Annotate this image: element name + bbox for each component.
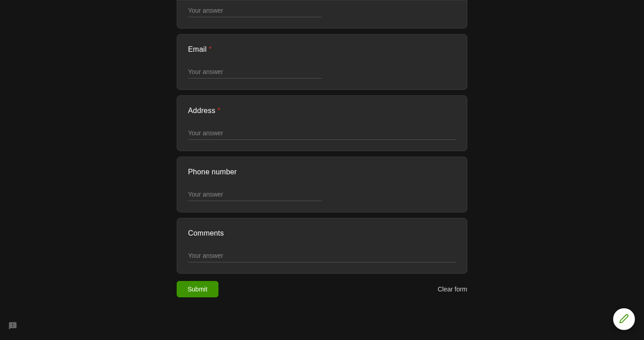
submit-button[interactable]: Submit	[177, 281, 218, 297]
input-wrapper	[188, 189, 322, 201]
question-label: Comments	[188, 229, 456, 237]
question-label: Email *	[188, 45, 456, 54]
input-wrapper	[188, 250, 456, 262]
form-container: Email * Address * Phone number Comments	[177, 0, 467, 306]
phone-input[interactable]	[188, 189, 322, 201]
label-text: Phone number	[188, 168, 237, 176]
label-text: Address	[188, 107, 215, 114]
label-text: Email	[188, 45, 207, 53]
clear-form-button[interactable]: Clear form	[438, 286, 467, 293]
question-card-address: Address *	[177, 95, 467, 151]
question-label: Phone number	[188, 168, 456, 176]
address-input[interactable]	[188, 128, 456, 140]
email-input[interactable]	[188, 66, 322, 79]
report-button[interactable]	[7, 321, 18, 332]
input-wrapper	[188, 128, 456, 140]
form-footer: Submit Clear form	[177, 279, 467, 306]
report-icon	[8, 321, 17, 332]
required-marker: *	[209, 45, 212, 53]
pencil-icon	[619, 314, 629, 325]
edit-fab[interactable]	[613, 308, 635, 330]
question-card-phone: Phone number	[177, 157, 467, 212]
question-label: Address *	[188, 107, 456, 115]
question-card-name	[177, 0, 467, 29]
question-card-comments: Comments	[177, 218, 467, 274]
name-input[interactable]	[188, 5, 322, 17]
input-wrapper	[188, 5, 322, 17]
input-wrapper	[188, 66, 322, 79]
label-text: Comments	[188, 229, 224, 237]
question-card-email: Email *	[177, 34, 467, 90]
required-marker: *	[218, 107, 220, 114]
comments-input[interactable]	[188, 250, 456, 262]
